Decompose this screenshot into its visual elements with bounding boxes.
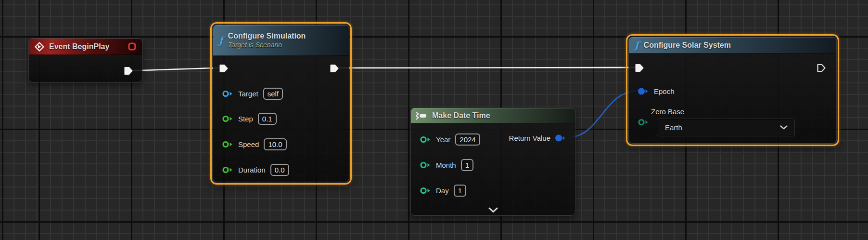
pin-label: Speed xyxy=(238,140,259,148)
pin-row-day: Day 1 xyxy=(411,184,466,197)
pin-label: Year xyxy=(436,135,450,144)
event-diamond-icon xyxy=(35,42,44,52)
zero-base-label: Zero Base xyxy=(651,107,684,116)
month-value-field[interactable]: 1 xyxy=(461,159,473,171)
step-value-field[interactable]: 0.1 xyxy=(258,113,277,125)
pin-label: Return Value xyxy=(509,134,550,142)
speed-value-field[interactable]: 10.0 xyxy=(264,138,286,150)
pin-return-value[interactable] xyxy=(555,134,566,142)
node-title: Make Date Time xyxy=(432,111,490,120)
day-value-field[interactable]: 1 xyxy=(454,185,466,197)
blueprint-canvas[interactable]: Event BeginPlay ƒ Configure Simulation T… xyxy=(0,0,868,240)
node-configure-simulation[interactable]: ƒ Configure Simulation Target is Scenari… xyxy=(213,25,349,182)
pin-duration[interactable] xyxy=(222,166,233,174)
pin-step[interactable] xyxy=(222,115,233,123)
pin-row-epoch: Epoch xyxy=(629,84,675,98)
node-title: Event BeginPlay xyxy=(49,42,109,51)
node-subtitle: Target is Scenario xyxy=(228,41,306,49)
node-title: Configure Simulation xyxy=(228,32,306,40)
node-title: Configure Solar System xyxy=(644,41,731,50)
exec-input-pin[interactable] xyxy=(635,63,644,73)
node-header[interactable]: ƒ Configure Simulation Target is Scenari… xyxy=(213,25,349,56)
pin-label: Month xyxy=(436,161,456,169)
pin-label: Step xyxy=(238,115,253,123)
pin-row-step: Step 0.1 xyxy=(213,112,277,125)
node-header[interactable]: Make Date Time xyxy=(411,108,575,123)
zero-base-dropdown[interactable]: Earth xyxy=(657,119,795,136)
selection-outline-configure-simulation: ƒ Configure Simulation Target is Scenari… xyxy=(210,22,352,185)
selection-outline-configure-solar-system: ƒ Configure Solar System Epoch Zero Base xyxy=(626,34,839,146)
breakpoint-square-icon xyxy=(128,42,136,51)
pin-label: Day xyxy=(436,187,449,195)
node-header[interactable]: ƒ Configure Solar System xyxy=(629,37,836,53)
function-f-icon: ƒ xyxy=(219,36,223,45)
pin-day[interactable] xyxy=(420,187,431,195)
pin-target[interactable] xyxy=(222,90,233,98)
pin-row-year: Year 2024 xyxy=(411,133,480,146)
exec-wire-configure-simulation-to-solar-system[interactable] xyxy=(337,67,641,68)
node-event-beginplay[interactable]: Event BeginPlay xyxy=(28,38,142,82)
duration-value-field[interactable]: 0.0 xyxy=(270,164,289,176)
pin-zero-base[interactable] xyxy=(638,118,649,126)
exec-input-pin[interactable] xyxy=(219,63,229,74)
node-make-date-time[interactable]: Make Date Time Year 2024 Month 1 Day xyxy=(410,107,575,216)
exec-output-pin[interactable] xyxy=(330,63,339,74)
pin-speed[interactable] xyxy=(222,140,233,148)
pin-row-duration: Duration 0.0 xyxy=(213,163,289,176)
chevron-down-icon[interactable] xyxy=(488,207,498,213)
pin-label: Epoch xyxy=(654,87,675,95)
chevron-down-icon xyxy=(780,125,788,130)
node-header[interactable]: Event BeginPlay xyxy=(29,39,142,55)
node-configure-solar-system[interactable]: ƒ Configure Solar System Epoch Zero Base xyxy=(628,37,837,144)
function-f-icon: ƒ xyxy=(635,40,639,50)
year-value-field[interactable]: 2024 xyxy=(455,133,480,146)
make-struct-icon xyxy=(415,111,427,120)
pin-label: Target xyxy=(238,90,258,98)
pin-row-month: Month 1 xyxy=(411,158,473,172)
target-value-field[interactable]: self xyxy=(263,88,283,100)
exec-output-pin[interactable] xyxy=(124,66,133,76)
exec-output-pin[interactable] xyxy=(817,63,826,73)
pin-epoch[interactable] xyxy=(638,87,649,95)
pin-month[interactable] xyxy=(420,161,431,169)
pin-row-speed: Speed 10.0 xyxy=(213,137,287,151)
pin-row-return-value: Return Value xyxy=(509,131,566,145)
pin-label: Duration xyxy=(238,166,266,174)
pin-year[interactable] xyxy=(420,135,431,144)
pin-row-target: Target self xyxy=(213,87,283,100)
dropdown-selected-value: Earth xyxy=(657,123,780,132)
